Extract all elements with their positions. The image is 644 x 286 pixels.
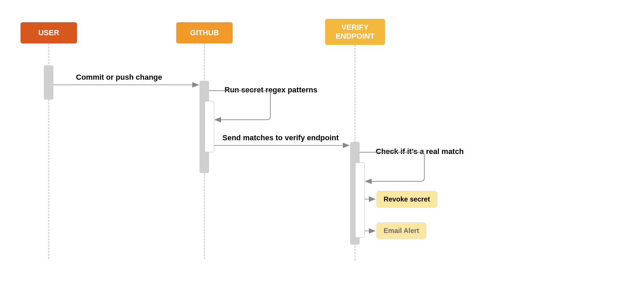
participant-github: GITHUB — [176, 22, 233, 43]
action-email: Email Alert — [376, 222, 426, 239]
participant-verify: VERIFY ENDPOINT — [325, 19, 385, 45]
arrow-regex-loop — [209, 91, 270, 120]
message-regex: Run secret regex patterns — [224, 86, 317, 94]
participant-user: USER — [21, 22, 77, 43]
arrow-check-loop — [360, 152, 424, 181]
activation-github-inner — [205, 101, 214, 152]
action-revoke: Revoke secret — [376, 191, 437, 208]
activation-user — [44, 65, 53, 100]
activation-verify-inner — [355, 162, 365, 238]
message-commit: Commit or push change — [76, 73, 162, 82]
message-send-verify: Send matches to verify endpoint — [222, 133, 339, 142]
arrows-layer — [0, 0, 644, 286]
message-check-match: Check if it's a real match — [376, 147, 464, 156]
